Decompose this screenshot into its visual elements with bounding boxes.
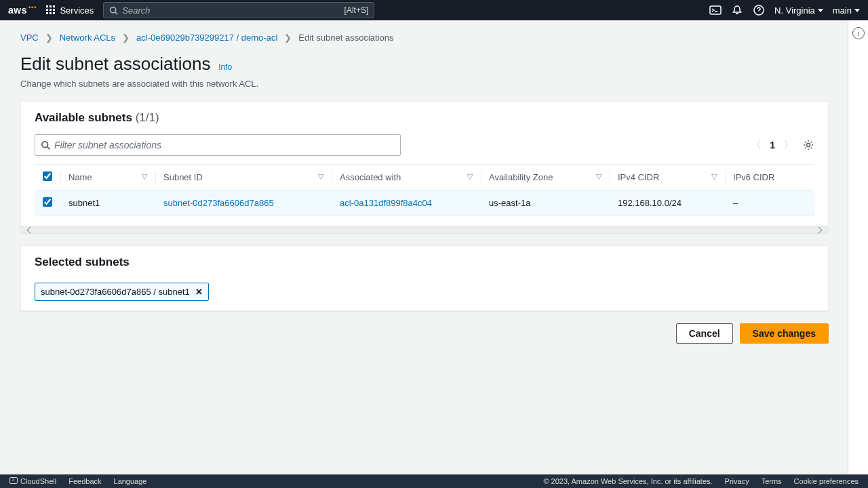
search-icon: [109, 6, 118, 15]
help-icon[interactable]: [753, 4, 765, 16]
account-menu[interactable]: main: [833, 5, 860, 16]
notifications-icon[interactable]: [731, 4, 743, 16]
grid-icon: [46, 5, 56, 15]
svg-line-1: [115, 12, 117, 14]
top-nav: aws••• Services Search [Alt+S] N. Virgin…: [0, 0, 868, 20]
chevron-down-icon: [854, 9, 860, 12]
services-menu[interactable]: Services: [46, 5, 94, 16]
cloudshell-icon[interactable]: [709, 4, 722, 16]
svg-rect-2: [710, 6, 721, 14]
chevron-down-icon: [818, 9, 823, 12]
aws-logo[interactable]: aws•••: [8, 5, 37, 16]
svg-point-0: [111, 7, 116, 12]
global-search[interactable]: Search [Alt+S]: [103, 2, 374, 18]
region-selector[interactable]: N. Virginia: [774, 5, 823, 16]
search-placeholder: Search: [122, 5, 150, 16]
search-shortcut: [Alt+S]: [344, 5, 369, 15]
